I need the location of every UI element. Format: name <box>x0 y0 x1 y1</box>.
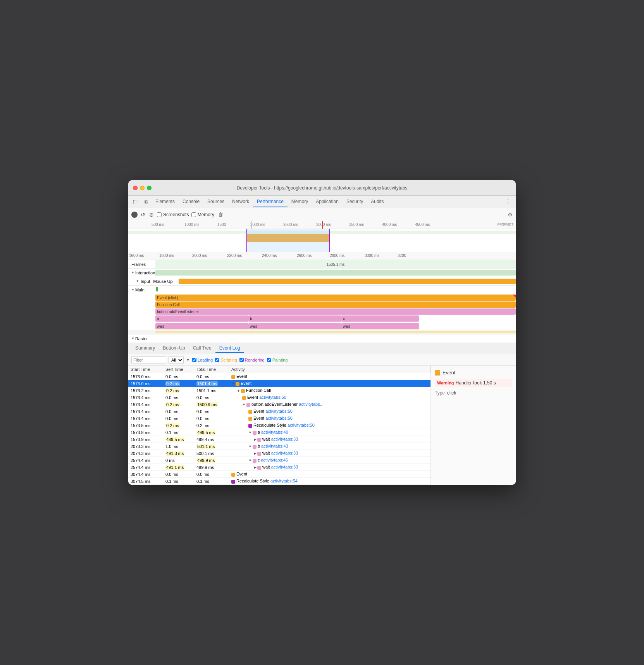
td-self: 0.0 ms <box>163 395 194 400</box>
interactions-expand-icon[interactable]: ▼ <box>131 271 134 274</box>
tab-memory[interactable]: Memory <box>288 196 312 207</box>
td-start: 1573.2 ms <box>128 388 163 393</box>
tab-summary[interactable]: Summary <box>131 344 159 353</box>
activity-link[interactable]: activitytabs:50 <box>265 409 293 413</box>
expand-icon[interactable]: ▶ <box>254 465 257 469</box>
table-row[interactable]: 2074.3 ms 491.3 ms 500.1 ms ▶wait activi… <box>128 450 430 457</box>
activity-link[interactable]: activitytabs:33 <box>271 465 298 469</box>
more-tabs-icon[interactable]: ⋮ <box>502 198 514 205</box>
expand-icon[interactable]: ▼ <box>248 431 252 434</box>
memory-checkbox-label[interactable]: Memory <box>191 212 214 217</box>
table-row[interactable]: 2574.4 ms 0 ms 499.9 ms ▼c activitytabs:… <box>128 457 430 464</box>
raster-expand-icon[interactable]: ▼ <box>131 337 134 340</box>
table-row[interactable]: 2574.4 ms 491.1 ms 499.9 ms ▶wait activi… <box>128 464 430 471</box>
rendering-checkbox-label[interactable]: Rendering <box>239 358 265 362</box>
table-row[interactable]: 3074.5 ms 0.1 ms 0.1 ms Recalculate Styl… <box>128 478 430 485</box>
memory-checkbox[interactable] <box>191 212 196 217</box>
loading-checkbox[interactable] <box>192 358 196 362</box>
activity-link[interactable]: activitytabs:50 <box>265 416 293 420</box>
activity-link[interactable]: activitytabs:50 <box>259 395 286 400</box>
device-icon[interactable]: ⧉ <box>141 196 152 207</box>
prohibit-button[interactable]: ⊘ <box>148 212 155 218</box>
table-row[interactable]: 2073.3 ms 1.0 ms 501.1 ms ▼b activitytab… <box>128 443 430 450</box>
filter-dropdown-icon: ▼ <box>186 358 190 362</box>
minimize-button[interactable] <box>140 186 145 190</box>
raster-label-text: Raster <box>135 336 148 341</box>
activity-link[interactable]: activitytabs:33 <box>271 437 298 441</box>
scripting-checkbox-label[interactable]: Scripting <box>215 358 237 362</box>
td-self: 0.0 ms <box>163 416 194 421</box>
td-self: 0.2 ms <box>163 388 194 393</box>
activity-icon <box>253 445 257 449</box>
tab-performance[interactable]: Performance <box>253 196 288 207</box>
screenshots-checkbox-label[interactable]: Screenshots <box>157 212 189 217</box>
main-expand-icon[interactable]: ▼ <box>131 288 134 291</box>
table-row[interactable]: 1573.2 ms 0.2 ms 1501.1 ms ▼Function Cal… <box>128 387 430 394</box>
tab-call-tree[interactable]: Call Tree <box>189 344 215 353</box>
input-expand-icon[interactable]: ▼ <box>136 279 139 283</box>
expand-icon[interactable]: ▶ <box>254 451 257 455</box>
settings-button[interactable]: ⚙ <box>508 212 513 218</box>
filter-all-select[interactable]: All <box>169 356 184 364</box>
activity-link[interactable]: activitytabs:54 <box>270 479 298 483</box>
tab-console[interactable]: Console <box>179 196 203 207</box>
input-label: Input <box>141 279 150 284</box>
painting-checkbox-label[interactable]: Painting <box>267 358 288 362</box>
table-row[interactable]: 1573.8 ms 0.1 ms 499.5 ms ▼a activitytab… <box>128 429 430 436</box>
activity-link[interactable]: activitytabs:46 <box>261 458 288 462</box>
filter-input[interactable] <box>131 356 166 364</box>
table-row[interactable]: 3074.4 ms 0.0 ms 0.0 ms Event <box>128 471 430 478</box>
rendering-checkbox[interactable] <box>239 358 244 362</box>
tab-bottom-up[interactable]: Bottom-Up <box>159 344 189 353</box>
table-row[interactable]: 1573.5 ms 0.2 ms 0.2 ms Recalculate Styl… <box>128 422 430 429</box>
table-row[interactable]: 1573.4 ms 0.0 ms 0.0 ms Event activityta… <box>128 408 430 415</box>
activity-link[interactable]: activitytabs:50 <box>288 423 315 427</box>
selection-overlay[interactable] <box>246 229 330 252</box>
record-button[interactable] <box>131 212 138 218</box>
highlighted-total: 499.5 ms <box>196 430 215 435</box>
ruler-bottom-2800: 2800 ms <box>330 253 344 258</box>
expand-icon[interactable]: ▶ <box>254 438 257 441</box>
activity-icon <box>253 431 257 435</box>
table-header: Start Time Self Time Total Time Activity <box>128 366 430 373</box>
bottom-panel: Summary Bottom-Up Call Tree Event Log Al… <box>128 343 516 485</box>
scripting-checkbox[interactable] <box>215 358 219 362</box>
screenshots-checkbox[interactable] <box>157 212 162 217</box>
expand-icon[interactable]: ▼ <box>248 458 252 462</box>
expand-icon[interactable]: ▼ <box>231 382 235 386</box>
maximize-button[interactable] <box>147 186 152 190</box>
tab-sources[interactable]: Sources <box>203 196 228 207</box>
table-row[interactable]: 1573.4 ms 0.0 ms 0.0 ms Event activityta… <box>128 415 430 422</box>
clear-button[interactable]: 🗑 <box>218 212 223 217</box>
td-activity: Event activitytabs:50 <box>229 415 430 421</box>
inspect-icon[interactable]: ⬚ <box>130 196 141 207</box>
expand-icon[interactable]: ▼ <box>248 444 252 448</box>
table-row[interactable]: 1573.0 ms 0.0 ms 0.0 ms Event <box>128 373 430 380</box>
scripting-label: Scripting <box>220 358 237 362</box>
table-row[interactable]: 1573.9 ms 489.5 ms 499.4 ms ▶wait activi… <box>128 436 430 443</box>
tab-audits[interactable]: Audits <box>367 196 387 207</box>
expand-icon[interactable]: ▼ <box>237 389 240 393</box>
activity-link[interactable]: activitytabs:43 <box>261 444 288 448</box>
activity-link[interactable]: activitytabs:40 <box>261 430 288 434</box>
close-button[interactable] <box>133 186 138 190</box>
activity-link[interactable]: activitytabs:33 <box>271 451 298 455</box>
td-total: 0.0 ms <box>194 374 229 379</box>
ruler-tick-3500: 3500 ms <box>349 222 364 227</box>
td-activity: Event activitytabs:50 <box>229 395 430 400</box>
tab-security[interactable]: Security <box>343 196 367 207</box>
table-row[interactable]: 1573.4 ms 0.0 ms 0.0 ms Event activityta… <box>128 394 430 401</box>
table-row[interactable]: 1573.0 ms 0.2 ms 1501.4 ms ▼Event <box>128 380 430 387</box>
painting-checkbox[interactable] <box>267 358 271 362</box>
tab-event-log[interactable]: Event Log <box>215 344 244 353</box>
event-click-bar: Event (click) <box>155 295 516 301</box>
tab-application[interactable]: Application <box>312 196 343 207</box>
tab-network[interactable]: Network <box>228 196 253 207</box>
activity-link[interactable]: activitytabs... <box>299 402 324 407</box>
td-activity: Event <box>229 471 430 477</box>
tab-elements[interactable]: Elements <box>152 196 179 207</box>
table-row[interactable]: 1573.4 ms 0.2 ms 1500.9 ms ▼button.addEv… <box>128 401 430 408</box>
loading-checkbox-label[interactable]: Loading <box>192 358 213 362</box>
expand-icon[interactable]: ▼ <box>242 403 246 407</box>
refresh-button[interactable]: ↺ <box>140 212 146 218</box>
